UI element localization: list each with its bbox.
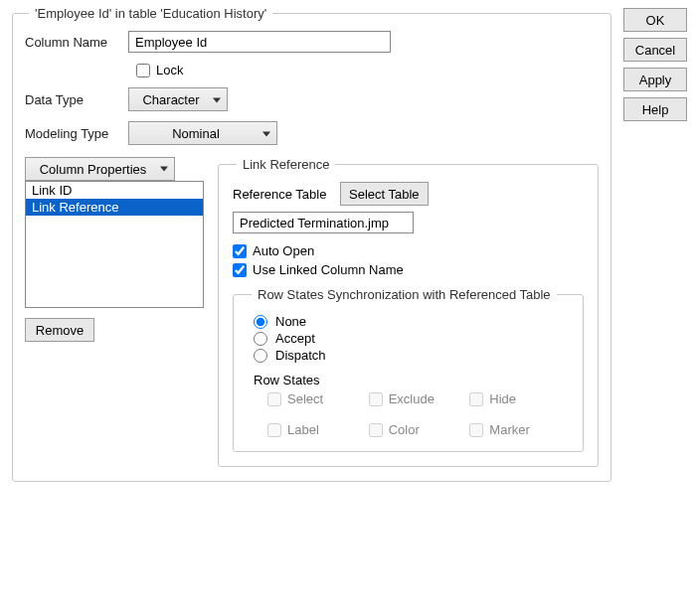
use-linked-label: Use Linked Column Name xyxy=(253,262,404,277)
select-table-button[interactable]: Select Table xyxy=(340,182,429,206)
lock-label: Lock xyxy=(156,63,183,77)
auto-open-wrap[interactable]: Auto Open xyxy=(233,243,314,258)
rs-marker-label: Marker xyxy=(489,422,529,437)
lock-checkbox[interactable] xyxy=(136,64,150,77)
label-reference-table: Reference Table xyxy=(233,187,340,202)
rs-color-label: Color xyxy=(389,422,420,437)
cancel-button[interactable]: Cancel xyxy=(623,38,687,62)
apply-button[interactable]: Apply xyxy=(623,68,687,91)
radio-none-wrap[interactable]: None xyxy=(254,314,569,329)
row-states-sync-title: Row States Synchronization with Referenc… xyxy=(252,287,557,302)
row-states-subtitle: Row States xyxy=(254,373,569,387)
row-states-sync-group: Row States Synchronization with Referenc… xyxy=(233,287,584,452)
rs-label-wrap: Label xyxy=(267,422,355,437)
reference-table-input[interactable] xyxy=(233,212,414,233)
radio-accept-wrap[interactable]: Accept xyxy=(254,331,569,346)
radio-dispatch[interactable] xyxy=(254,349,267,363)
rs-exclude-wrap: Exclude xyxy=(369,391,456,406)
data-type-select[interactable]: Character xyxy=(128,87,228,111)
auto-open-label: Auto Open xyxy=(253,243,314,258)
rs-label-checkbox xyxy=(267,423,281,437)
column-name-input[interactable] xyxy=(128,31,391,53)
rs-color-checkbox xyxy=(369,423,383,437)
use-linked-wrap[interactable]: Use Linked Column Name xyxy=(233,262,404,277)
rs-label-label: Label xyxy=(287,422,319,437)
radio-accept-label: Accept xyxy=(275,331,315,346)
list-item[interactable]: Link Reference xyxy=(26,199,203,216)
label-data-type: Data Type xyxy=(25,92,128,107)
use-linked-checkbox[interactable] xyxy=(233,263,247,277)
rs-hide-checkbox xyxy=(469,392,483,406)
radio-dispatch-wrap[interactable]: Dispatch xyxy=(254,348,569,363)
rs-exclude-checkbox xyxy=(369,392,383,406)
rs-select-label: Select xyxy=(287,391,323,406)
radio-none[interactable] xyxy=(254,315,267,329)
rs-exclude-label: Exclude xyxy=(389,391,434,406)
auto-open-checkbox[interactable] xyxy=(233,244,247,258)
column-properties-select[interactable]: Column Properties xyxy=(25,157,175,181)
ok-button[interactable]: OK xyxy=(623,8,687,32)
link-reference-title: Link Reference xyxy=(237,157,335,172)
label-column-name: Column Name xyxy=(25,35,128,50)
rs-select-checkbox xyxy=(267,392,281,406)
rs-marker-wrap: Marker xyxy=(469,422,557,437)
remove-button[interactable]: Remove xyxy=(25,318,94,342)
list-item[interactable]: Link ID xyxy=(26,182,203,199)
rs-hide-label: Hide xyxy=(489,391,516,406)
radio-accept[interactable] xyxy=(254,332,267,346)
rs-select-wrap: Select xyxy=(267,391,355,406)
rs-color-wrap: Color xyxy=(369,422,456,437)
column-info-group: 'Employee Id' in table 'Education Histor… xyxy=(12,6,611,482)
column-properties-listbox[interactable]: Link IDLink Reference xyxy=(25,181,204,308)
modeling-type-select[interactable]: Nominal xyxy=(128,121,277,145)
label-modeling-type: Modeling Type xyxy=(25,126,128,141)
rs-hide-wrap: Hide xyxy=(469,391,557,406)
radio-none-label: None xyxy=(275,314,306,329)
rs-marker-checkbox xyxy=(469,423,483,437)
help-button[interactable]: Help xyxy=(623,97,687,121)
radio-dispatch-label: Dispatch xyxy=(275,348,326,363)
group-title: 'Employee Id' in table 'Education Histor… xyxy=(29,6,272,21)
lock-checkbox-wrap[interactable]: Lock xyxy=(136,63,183,77)
link-reference-group: Link Reference Reference Table Select Ta… xyxy=(218,157,599,467)
